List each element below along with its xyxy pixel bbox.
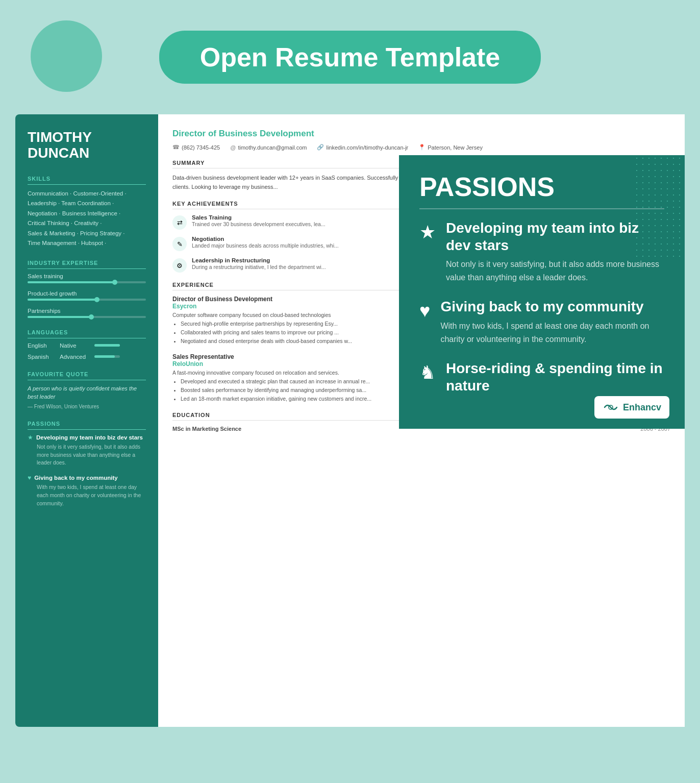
passion-big-title: Developing my team into biz dev stars: [446, 219, 664, 254]
passion-desc: Not only is it very satisfying, but it a…: [28, 443, 146, 467]
achievement-content: Leadership in Restructuring During a res…: [192, 257, 326, 273]
expertise-item: Sales training: [28, 273, 146, 283]
expertise-item: Partnerships: [28, 308, 146, 318]
expertise-fill: [28, 299, 98, 301]
job-title: Director of Business Development: [172, 129, 670, 139]
language-row: Spanish Advanced: [28, 354, 146, 360]
skills-label: SKILLS: [28, 176, 146, 185]
edu-degree: MSc in Marketing Science: [172, 426, 241, 432]
quote-label: FAVOURITE QUOTE: [28, 371, 146, 380]
passion-big-title: Horse-riding & spending time in nature: [446, 360, 664, 394]
deco-circle: [31, 20, 102, 92]
header-section: Open Resume Template: [0, 0, 700, 104]
skill-item: Communication · Customer-Oriented ·: [28, 189, 146, 199]
location-icon: 📍: [418, 144, 426, 151]
industry-expertise-section: INDUSTRY EXPERTISE Sales training Produc…: [28, 260, 146, 318]
lang-bar: [94, 344, 120, 347]
star-icon: ★: [28, 434, 33, 441]
expertise-bar: [28, 299, 146, 301]
expertise-bar: [28, 316, 146, 318]
achievement-desc: Trained over 30 business development exe…: [192, 221, 326, 229]
contact-location: 📍 Paterson, New Jersey: [418, 144, 483, 151]
achievement-desc: Landed major business deals across multi…: [192, 242, 339, 250]
skills-list: Communication · Customer-Oriented · Lead…: [28, 189, 146, 249]
heart-icon: ♥: [28, 474, 31, 481]
passion-big-content: Developing my team into biz dev stars No…: [446, 219, 664, 284]
skill-item: Negotiation · Business Intelligence ·: [28, 209, 146, 219]
skill-item: Critical Thinking · Creativity ·: [28, 218, 146, 229]
expertise-bar: [28, 281, 146, 283]
quote-author: — Fred Wilson, Union Ventures: [28, 404, 146, 409]
expertise-dot: [89, 314, 94, 320]
achievement-content: Sales Training Trained over 30 business …: [192, 214, 326, 230]
main-container: TIMOTHY DUNCAN SKILLS Communication · Cu…: [15, 114, 685, 727]
star-big-icon: ★: [419, 222, 436, 243]
quote-section: FAVOURITE QUOTE A person who is quietly …: [28, 371, 146, 409]
contact-linkedin: 🔗 linkedin.com/in/timothy-duncan-jr: [317, 144, 408, 151]
passion-big-desc: With my two kids, I spend at least one d…: [440, 320, 664, 346]
contact-phone: ☎ (862) 7345-425: [172, 144, 220, 151]
skill-item: Sales & Marketing · Pricing Strategy ·: [28, 229, 146, 239]
skills-section: SKILLS Communication · Customer-Oriented…: [28, 176, 146, 249]
email-address: timothy.duncan@gmail.com: [238, 144, 307, 151]
candidate-name: TIMOTHY DUNCAN: [28, 130, 146, 161]
enhancv-brand: Enhancv: [594, 396, 669, 419]
passion-title: Giving back to my community: [34, 475, 118, 481]
passions-sidebar-section: PASSIONS ★ Developing my team into biz d…: [28, 421, 146, 508]
lang-fill: [94, 355, 115, 358]
passion-title: Developing my team into biz dev stars: [36, 434, 143, 441]
phone-icon: ☎: [172, 144, 180, 151]
passion-big-content: Horse-riding & spending time in nature: [446, 360, 664, 398]
languages-section: LANGUAGES English Native Spanish Advance…: [28, 329, 146, 360]
expertise-dot: [94, 297, 99, 302]
expertise-name: Partnerships: [28, 308, 146, 314]
expertise-fill: [28, 281, 116, 283]
quote-text: A person who is quietly confident makes …: [28, 384, 146, 401]
industry-expertise-label: INDUSTRY EXPERTISE: [28, 260, 146, 269]
deco-dots: [634, 155, 685, 257]
enhancv-logo-icon: [603, 401, 619, 413]
lang-level: Native: [60, 342, 90, 349]
passion-big-item: ♥ Giving back to my community With my tw…: [419, 298, 664, 346]
horse-big-icon: ♞: [419, 362, 436, 383]
achievement-title: Leadership in Restructuring: [192, 257, 326, 263]
achievement-title: Negotiation: [192, 236, 339, 242]
lang-name: Spanish: [28, 354, 56, 360]
achievement-content: Negotiation Landed major business deals …: [192, 236, 339, 251]
page-title: Open Resume Template: [200, 42, 501, 72]
passion-big-content: Giving back to my community With my two …: [440, 298, 664, 346]
expertise-name: Product-led growth: [28, 290, 146, 297]
linkedin-icon: 🔗: [317, 144, 324, 151]
sidebar: TIMOTHY DUNCAN SKILLS Communication · Cu…: [15, 114, 158, 727]
passion-big-item: ♞ Horse-riding & spending time in nature: [419, 360, 664, 398]
expertise-name: Sales training: [28, 273, 146, 279]
achievement-icon: ✎: [172, 237, 187, 251]
achievement-desc: During a restructuring initiative, I led…: [192, 263, 326, 272]
phone-number: (862) 7345-425: [182, 144, 220, 151]
passions-overlay-title: PASSIONS: [419, 172, 664, 209]
skill-item: Time Management · Hubspot ·: [28, 238, 146, 249]
expertise-dot: [112, 280, 117, 285]
passion-item: ★ Developing my team into biz dev stars …: [28, 434, 146, 467]
passion-big-desc: Not only is it very satisfying, but it a…: [446, 258, 664, 284]
passion-big-title: Giving back to my community: [440, 298, 664, 315]
achievement-icon: ⚙: [172, 258, 187, 273]
lang-bar: [94, 355, 120, 358]
passion-header: ♥ Giving back to my community: [28, 474, 146, 481]
passions-overlay: PASSIONS ★ Developing my team into biz d…: [399, 155, 685, 429]
achievement-title: Sales Training: [192, 214, 326, 221]
passion-desc: With my two kids, I spend at least one d…: [28, 483, 146, 507]
passion-header: ★ Developing my team into biz dev stars: [28, 434, 146, 441]
lang-level: Advanced: [60, 354, 90, 360]
languages-label: LANGUAGES: [28, 329, 146, 338]
achievement-icon: ⇄: [172, 215, 187, 230]
expertise-fill: [28, 316, 93, 318]
lang-name: English: [28, 342, 56, 349]
header-title-box: Open Resume Template: [159, 31, 541, 84]
expertise-item: Product-led growth: [28, 290, 146, 301]
contact-row: ☎ (862) 7345-425 @ timothy.duncan@gmail.…: [172, 144, 670, 151]
passion-item: ♥ Giving back to my community With my tw…: [28, 474, 146, 507]
contact-email: @ timothy.duncan@gmail.com: [230, 144, 307, 151]
language-row: English Native: [28, 342, 146, 349]
location-text: Paterson, New Jersey: [428, 144, 483, 151]
